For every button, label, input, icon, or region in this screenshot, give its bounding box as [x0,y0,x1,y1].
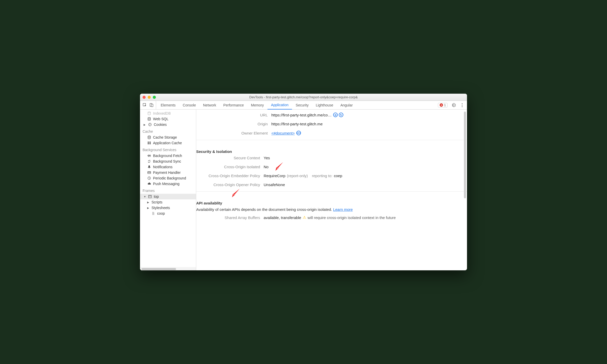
error-count-badge[interactable]: ✕ 1 [438,103,448,107]
owner-link[interactable]: <#document> [271,131,295,135]
svg-point-8 [149,123,151,126]
panel-body: IndexedDB Web SQL ▶ Cookies Cache Cache … [140,110,467,270]
svg-rect-16 [149,143,151,144]
content-scrollbar[interactable] [464,111,466,269]
tab-application[interactable]: Application [267,101,292,110]
error-count: 1 [444,103,446,107]
collapse-icon: ▼ [144,195,146,198]
database-icon [147,111,151,115]
warning-icon: ⚠ [303,215,306,220]
url-value: https://first-party-test.glitch.me/co… [271,113,332,117]
expand-icon: ▶ [144,123,146,126]
code-icon[interactable]: </> [296,131,301,135]
tab-security[interactable]: Security [292,101,312,109]
svg-point-5 [462,106,462,107]
open-icon[interactable]: ↻ [339,113,343,117]
svg-point-10 [150,124,151,125]
device-toggle-icon[interactable] [149,102,154,108]
svg-rect-13 [148,142,149,143]
tab-network[interactable]: Network [200,101,220,109]
coep-label: Cross-Origin Embedder Policy [196,174,260,178]
coep-value: RequireCorp [264,174,285,178]
sidebar-item-app-cache[interactable]: Application Cache [140,140,196,146]
sidebar-item-frame-top[interactable]: ▼ top [140,194,196,199]
sync-icon [147,159,151,163]
url-label: URL [204,113,268,117]
coi-label: Cross-Origin Isolated [196,165,260,169]
tab-lighthouse[interactable]: Lighthouse [312,101,337,109]
database-icon [147,135,151,139]
sidebar-header-cache: Cache [140,127,196,135]
sidebar-item-websql[interactable]: Web SQL [140,116,196,122]
settings-icon[interactable] [451,102,456,108]
sidebar-item-stylesheets[interactable]: ▶ Stylesheets [140,205,196,211]
svg-rect-15 [148,143,149,144]
fetch-icon [147,154,151,158]
titlebar: DevTools - first-party-test.glitch.me/co… [140,94,467,101]
error-icon: ✕ [440,103,443,107]
database-icon [147,117,151,121]
annotation-arrow-icon [273,161,285,172]
sidebar-item-scripts[interactable]: ▶ Scripts [140,199,196,205]
frame-icon [148,195,152,199]
annotation-arrow-icon [229,187,241,199]
devtools-tabbar: ElementsConsoleNetworkPerformanceMemoryA… [140,101,467,110]
reveal-icon[interactable]: ⊖ [333,113,338,117]
expand-icon: ▶ [147,201,150,204]
svg-rect-20 [149,195,151,198]
grid-icon [147,141,151,145]
svg-rect-14 [149,142,151,143]
svg-point-9 [149,124,150,124]
sidebar-item-cookies[interactable]: ▶ Cookies [140,122,196,127]
tab-angular[interactable]: Angular [337,101,356,109]
secure-context-label: Secure Context [196,156,260,160]
sidebar-item-payment[interactable]: Payment Handler [140,170,196,175]
document-icon [151,211,155,215]
coop-label: Cross-Origin Opener Policy [196,183,260,187]
sab-label: Shared Array Buffers [196,215,260,220]
svg-point-7 [148,117,150,118]
security-section-header: Security & Isolation [196,149,467,154]
api-description: Availability of certain APIs depends on … [196,207,333,212]
svg-point-11 [149,125,150,125]
expand-icon: ▶ [147,207,150,209]
sidebar-item-bg-fetch[interactable]: Background Fetch [140,153,196,159]
more-icon[interactable] [459,102,465,108]
origin-label: Origin [204,122,268,126]
sidebar-item-push[interactable]: Push Messaging [140,181,196,187]
svg-rect-2 [151,104,153,107]
coep-mode: (report-only) [287,174,308,178]
origin-value: https://first-party-test.glitch.me [271,122,323,126]
api-section-header: API availablity [196,201,467,205]
coep-reporting-label: reporting to: [312,174,332,178]
sidebar-item-indexeddb[interactable]: IndexedDB [140,111,196,116]
sidebar-scrollbar[interactable] [140,267,196,270]
window-title: DevTools - first-party-test.glitch.me/co… [140,95,467,99]
inspect-icon[interactable] [142,102,148,108]
frame-detail-panel: URL https://first-party-test.glitch.me/c… [196,110,467,270]
svg-point-3 [462,103,462,104]
coop-value: UnsafeNone [264,183,285,187]
svg-point-12 [148,136,150,137]
sidebar-item-frame-leaf[interactable]: coop [140,211,196,216]
sidebar-item-periodic-bg[interactable]: Periodic Background [140,175,196,181]
sidebar-header-frames: Frames [140,187,196,194]
sidebar-item-bg-sync[interactable]: Background Sync [140,159,196,164]
svg-rect-18 [148,172,151,173]
owner-label: Owner Element [204,131,268,135]
coi-value: No [264,165,269,169]
sidebar-item-notifications[interactable]: Notifications [140,164,196,170]
api-learn-more-link[interactable]: Learn more [333,207,353,212]
tab-elements[interactable]: Elements [157,101,179,109]
cookie-icon [148,123,152,127]
bell-icon [147,165,151,169]
sidebar-item-cache-storage[interactable]: Cache Storage [140,135,196,140]
sab-warning-text: will require cross-origin isolated conte… [308,215,396,220]
tab-performance[interactable]: Performance [220,101,247,109]
tab-memory[interactable]: Memory [247,101,267,109]
svg-point-6 [148,112,150,113]
sidebar-header-bg: Background Services [140,146,196,153]
tab-console[interactable]: Console [179,101,199,109]
sab-value: available, transferable [264,215,301,220]
cloud-icon [147,182,151,186]
